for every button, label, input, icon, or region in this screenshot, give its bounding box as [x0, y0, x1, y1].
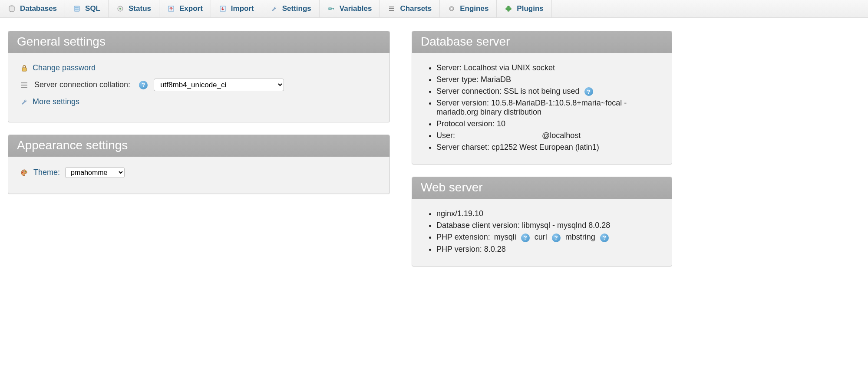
appearance-settings-panel: Appearance settings Theme: pmahomme	[8, 135, 390, 194]
change-password-row: Change password	[20, 63, 379, 72]
palette-icon	[20, 169, 28, 177]
svg-rect-7	[389, 7, 394, 7]
tab-label: SQL	[85, 4, 100, 13]
tab-export[interactable]: Export	[159, 0, 211, 17]
svg-rect-12	[22, 68, 26, 71]
tab-databases[interactable]: Databases	[0, 0, 65, 17]
tab-label: Variables	[340, 4, 372, 13]
collation-row: Server connection collation: ? utf8mb4_u…	[20, 79, 379, 91]
web-server-panel: Web server nginx/1.19.10 Database client…	[412, 177, 672, 266]
main-content: General settings Change password Server …	[0, 18, 868, 296]
db-connection-text: Server connection: SSL is not being used	[436, 87, 580, 95]
list-item: Database client version: libmysql - mysq…	[436, 221, 661, 230]
export-icon	[167, 5, 175, 13]
help-icon[interactable]: ?	[584, 87, 593, 96]
tab-label: Engines	[460, 4, 488, 13]
wrench-icon	[20, 98, 28, 106]
theme-label[interactable]: Theme:	[33, 168, 60, 177]
collation-label: Server connection collation:	[34, 80, 130, 89]
panel-title: Appearance settings	[8, 135, 389, 157]
help-icon[interactable]: ?	[521, 234, 530, 242]
list-item: Protocol version: 10	[436, 119, 661, 128]
svg-point-3	[119, 8, 121, 10]
tab-import[interactable]: Import	[211, 0, 262, 17]
panel-body: Change password Server connection collat…	[8, 53, 389, 122]
list-item: PHP extension: mysqli ? curl ? mbstring …	[436, 233, 661, 242]
gear-icon	[448, 5, 455, 13]
svg-rect-1	[74, 6, 79, 11]
lock-icon	[20, 64, 28, 72]
tab-charsets[interactable]: Charsets	[380, 0, 440, 17]
status-icon	[116, 5, 124, 13]
right-column: Database server Server: Localhost via UN…	[412, 31, 672, 279]
list-icon	[20, 81, 28, 89]
top-nav: Databases SQL Status Export Import Setti…	[0, 0, 868, 18]
svg-point-18	[25, 171, 26, 172]
svg-rect-6	[329, 8, 331, 10]
db-user-host: @localhost	[542, 131, 581, 140]
list-item: nginx/1.19.10	[436, 209, 661, 218]
sql-icon	[73, 5, 81, 13]
more-settings-link[interactable]: More settings	[33, 97, 79, 106]
panel-title: General settings	[8, 31, 389, 53]
tab-variables[interactable]: Variables	[320, 0, 380, 17]
php-ext-3: mbstring	[565, 233, 595, 241]
php-ext-2: curl	[535, 233, 547, 241]
more-settings-row: More settings	[20, 97, 379, 106]
plugin-icon	[505, 5, 512, 13]
variables-icon	[327, 5, 335, 13]
db-user-label: User:	[436, 131, 455, 140]
tab-label: Settings	[282, 4, 311, 13]
database-icon	[8, 5, 16, 13]
help-icon[interactable]: ?	[139, 81, 148, 89]
web-info-list: nginx/1.19.10 Database client version: l…	[424, 209, 661, 253]
db-info-list: Server: Localhost via UNIX socket Server…	[424, 63, 661, 152]
wrench-icon	[270, 5, 278, 13]
panel-body: Theme: pmahomme	[8, 157, 389, 194]
list-item: Server: Localhost via UNIX socket	[436, 63, 661, 72]
php-ext-1: mysqli	[494, 233, 516, 241]
database-server-panel: Database server Server: Localhost via UN…	[412, 31, 672, 164]
list-item: PHP version: 8.0.28	[436, 245, 661, 254]
list-item: User: @localhost	[436, 131, 661, 140]
panel-body: nginx/1.19.10 Database client version: l…	[412, 199, 672, 266]
help-icon[interactable]: ?	[552, 234, 561, 242]
svg-rect-15	[21, 87, 27, 88]
theme-row: Theme: pmahomme	[20, 167, 379, 178]
list-item: Server connection: SSL is not being used…	[436, 87, 661, 96]
change-password-link[interactable]: Change password	[33, 63, 96, 72]
panel-title: Web server	[412, 177, 672, 199]
list-item: Server type: MariaDB	[436, 75, 661, 84]
tab-label: Databases	[20, 4, 57, 13]
charsets-icon	[388, 5, 396, 13]
list-item: Server version: 10.5.8-MariaDB-1:10.5.8+…	[436, 99, 661, 117]
collation-select[interactable]: utf8mb4_unicode_ci	[154, 79, 284, 91]
general-settings-panel: General settings Change password Server …	[8, 31, 390, 122]
svg-point-16	[22, 171, 23, 172]
tab-label: Import	[231, 4, 254, 13]
tab-settings[interactable]: Settings	[262, 0, 320, 17]
tab-engines[interactable]: Engines	[440, 0, 497, 17]
svg-rect-9	[389, 10, 394, 11]
tab-label: Status	[129, 4, 151, 13]
left-column: General settings Change password Server …	[8, 31, 390, 279]
svg-rect-13	[21, 82, 27, 83]
tab-label: Charsets	[400, 4, 432, 13]
svg-point-11	[451, 8, 452, 10]
tab-sql[interactable]: SQL	[65, 0, 109, 17]
import-icon	[219, 5, 227, 13]
svg-point-17	[23, 170, 24, 171]
tab-label: Plugins	[517, 4, 543, 13]
svg-rect-8	[389, 8, 394, 9]
svg-rect-14	[21, 85, 27, 86]
theme-select[interactable]: pmahomme	[65, 167, 125, 178]
tab-label: Export	[179, 4, 203, 13]
panel-title: Database server	[412, 31, 672, 53]
tab-status[interactable]: Status	[109, 0, 159, 17]
help-icon[interactable]: ?	[600, 234, 609, 242]
list-item: Server charset: cp1252 West European (la…	[436, 143, 661, 152]
tab-plugins[interactable]: Plugins	[497, 0, 551, 17]
php-ext-label: PHP extension:	[436, 233, 490, 241]
panel-body: Server: Localhost via UNIX socket Server…	[412, 53, 672, 164]
